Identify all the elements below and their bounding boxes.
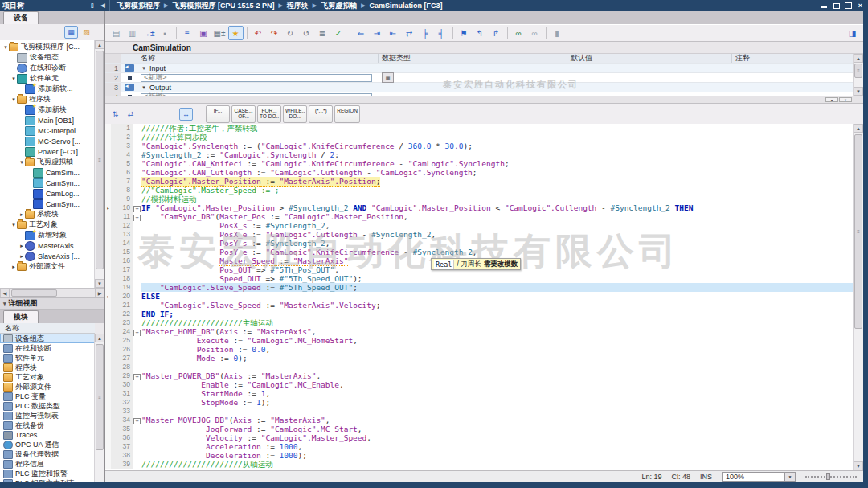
scroll-down-icon[interactable]: ▼ (854, 87, 863, 96)
zoom-slider[interactable] (805, 473, 857, 481)
detail-view-item[interactable]: 在线和诊断 (0, 343, 95, 353)
fold-toggle-icon[interactable]: − (133, 416, 141, 424)
expander-icon[interactable]: ▸ (18, 253, 25, 260)
monitor-off-icon[interactable]: ∞ (527, 26, 542, 40)
new-variable-input[interactable]: <新增> (141, 74, 372, 82)
code-scrollbar[interactable]: ▲ ▼ (853, 124, 863, 470)
full-width-icon[interactable]: ↔ (179, 108, 193, 121)
next-bookmark-icon[interactable]: ↱ (489, 26, 504, 40)
scroll-up-icon[interactable]: ▲ (95, 334, 104, 342)
expander-icon[interactable]: ▾ (2, 44, 9, 51)
detail-view-item[interactable]: PLC 监控和报警 (0, 469, 95, 478)
editor-splitter[interactable]: 泰安宏胜自动化科技有限公司 ▲ ▼ (105, 96, 863, 104)
maximize-button[interactable] (844, 2, 853, 10)
expander-icon[interactable]: ▾ (18, 159, 25, 166)
revert-icon[interactable]: ↺ (299, 26, 314, 40)
print-icon[interactable]: ≣ (315, 26, 330, 40)
tree-item[interactable]: ▾飞剪虚拟轴 (0, 157, 95, 167)
import-export-icon[interactable]: →± (141, 26, 157, 40)
tree-item[interactable]: 添加新块 (0, 105, 95, 115)
datatype-cell[interactable]: ▦ (379, 72, 567, 83)
bookmark-icon[interactable]: ⚑ (457, 26, 472, 40)
tree-item[interactable]: 设备组态 (0, 52, 95, 63)
breadcrumb-item[interactable]: 飞剪模拟程序 [CPU 1515-2 PN] (172, 1, 274, 11)
scroll-up-icon[interactable]: ▲ (854, 124, 863, 133)
tree-item[interactable]: ▾程序块 (0, 94, 95, 105)
tree-item[interactable]: ▾飞剪模拟程序 [C... (0, 42, 95, 52)
table-row[interactable]: 3▾Output (105, 83, 863, 92)
detail-view-header[interactable]: ▾ 详细视图 (0, 297, 104, 310)
tree-item[interactable]: ▸外部源文件 (0, 261, 95, 272)
undo-icon[interactable]: ↶ (251, 26, 266, 40)
snippet-button[interactable]: CASE...OF... (231, 105, 256, 123)
collapse-panel-icon[interactable]: ◀ (99, 2, 107, 10)
minimize-button[interactable] (820, 2, 829, 10)
tree-item[interactable]: Power [FC1] (0, 146, 95, 157)
outdent-icon[interactable]: ⇤ (386, 26, 401, 40)
detail-view-item[interactable]: PLC 数据类型 (0, 401, 95, 411)
keep-actual-values-icon[interactable]: ▪ (158, 26, 173, 40)
format-icon[interactable]: ≡ (180, 26, 195, 40)
scroll-up-icon[interactable]: ▲ (95, 40, 104, 49)
scrollbar-thumb[interactable] (854, 134, 862, 329)
breadcrumb-item[interactable]: 程序块 (287, 1, 309, 11)
mark-end-icon[interactable]: ╡ (434, 26, 449, 40)
tree-item[interactable]: CamSyn... (0, 199, 95, 209)
fold-toggle-icon[interactable]: − (133, 327, 141, 336)
table-row[interactable]: 2<新增>▦ (105, 73, 863, 83)
column-datatype[interactable]: 数据类型 (379, 54, 567, 63)
expander-icon[interactable]: ▸ (18, 211, 25, 218)
tree-item[interactable]: CamLog... (0, 188, 95, 199)
table-scrollbar[interactable]: ▲ ▼ (853, 54, 863, 96)
monitor-on-icon[interactable]: ∞ (511, 26, 526, 40)
name-cell[interactable]: ▾Input (137, 64, 379, 72)
tree-item[interactable]: CamSyn... (0, 178, 95, 188)
scrollbar-thumb[interactable] (96, 51, 104, 269)
tree-item[interactable]: ▾工艺对象 (0, 219, 95, 230)
detail-view-item[interactable]: 程序块 (0, 363, 95, 372)
breadcrumb-item[interactable]: 飞剪模拟程序 (117, 1, 160, 11)
snapshot-icon[interactable]: ▦± (212, 26, 227, 40)
detail-view-item[interactable]: 监控与强制表 (0, 411, 95, 420)
zoom-select[interactable]: 100% ▼ (722, 472, 796, 482)
sort-lines-icon[interactable]: ⇅ (108, 108, 122, 121)
snippet-button[interactable]: WHILE..DO... (283, 105, 307, 123)
expander-icon[interactable]: ▾ (10, 76, 17, 82)
detail-view-item[interactable]: 程序信息 (0, 459, 95, 469)
datatype-browse-icon[interactable]: ▦ (382, 72, 394, 83)
expander-icon[interactable]: ▾ (10, 222, 17, 228)
name-cell[interactable]: <新增> (137, 74, 379, 82)
tree-scrollbar[interactable]: ▲ ▼ (94, 40, 104, 288)
insert-block-icon[interactable]: ▣ (196, 26, 211, 40)
tab-modules[interactable]: 模块 (3, 310, 39, 323)
redo-icon[interactable]: ↷ (267, 26, 282, 40)
tree-horizontal-scrollbar[interactable]: ◀ ▶ (0, 288, 104, 297)
scrollbar-thumb[interactable] (11, 289, 57, 297)
add-block-icon[interactable]: ▤ (108, 26, 124, 40)
scrollbar-thumb[interactable] (854, 64, 862, 78)
detail-view-item[interactable]: 设备组态 (0, 334, 95, 343)
tree-item[interactable]: Main [OB1] (0, 115, 95, 125)
slider-thumb[interactable] (826, 473, 830, 480)
lock-icon[interactable]: ▮ (550, 26, 565, 40)
tree-item[interactable]: ▸MasterAxis ... (0, 240, 95, 251)
detail-view-item[interactable]: 工艺对象 (0, 372, 95, 382)
indent-icon[interactable]: ⇥ (370, 26, 385, 40)
tree-item[interactable]: 新增对象 (0, 230, 95, 240)
compile-icon[interactable]: ✓ (331, 26, 346, 40)
breadcrumb-item[interactable]: CamSimulation [FC3] (370, 2, 443, 10)
tree-item[interactable]: ▸SlaveAxis [... (0, 251, 95, 261)
detail-view-item[interactable]: 在线备份 (0, 420, 95, 430)
column-comment[interactable]: 注释 (732, 54, 863, 63)
breadcrumb-item[interactable]: 飞剪虚拟轴 (321, 1, 357, 11)
sync-icon[interactable]: ⇄ (402, 26, 417, 40)
tree-item[interactable]: ▾软件单元 (0, 73, 95, 84)
code-editor[interactable]: 1//////作者:工控老牛，严禁转载2//////计算同步段3"CamLogi… (105, 124, 854, 470)
expander-icon[interactable]: ▾ (141, 65, 147, 72)
mark-start-icon[interactable]: ╞ (418, 26, 433, 40)
splitter-up-icon[interactable]: ▲ (825, 97, 838, 102)
fold-toggle-icon[interactable]: − (133, 371, 141, 380)
detail-view-item[interactable]: 软件单元 (0, 353, 95, 363)
pin-panel-icon[interactable]: ▯ (88, 2, 96, 10)
chevron-down-icon[interactable]: ▼ (784, 473, 795, 481)
